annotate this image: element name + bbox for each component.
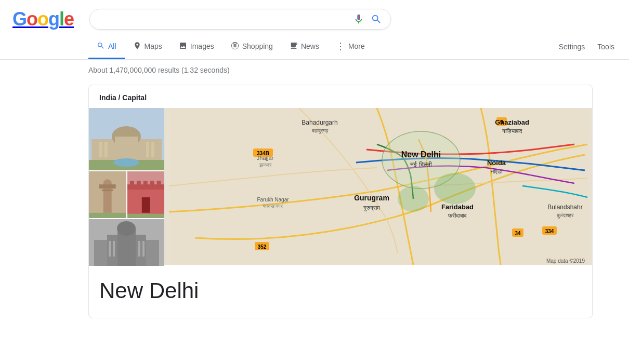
svg-text:फरीदाबाद: फरीदाबाद: [448, 212, 467, 219]
tab-more-label: More: [348, 42, 365, 50]
tab-maps-label: Maps: [145, 42, 162, 50]
svg-text:नोएडा: नोएडा: [490, 168, 503, 174]
tab-all[interactable]: All: [88, 35, 125, 59]
svg-rect-20: [143, 181, 147, 187]
svg-rect-31: [109, 241, 111, 257]
svg-rect-22: [156, 181, 161, 187]
more-dots-icon: ⋮: [336, 41, 345, 52]
svg-rect-5: [104, 142, 108, 157]
knowledge-card: India / Capital: [88, 85, 593, 318]
svg-text:बुलंदशहर: बुलंदशहर: [556, 212, 574, 219]
svg-rect-12: [99, 184, 116, 188]
photos-panel: [89, 108, 164, 266]
svg-text:Noida: Noida: [487, 159, 506, 167]
tab-news-label: News: [301, 42, 319, 50]
svg-rect-30: [121, 228, 132, 234]
svg-text:334: 334: [545, 228, 554, 234]
svg-point-38: [398, 186, 429, 212]
svg-point-9: [113, 158, 139, 167]
svg-rect-3: [115, 137, 138, 150]
map-panel[interactable]: 9 334B 34 334 352 Bahadurgarh बहादुरगढ़: [164, 108, 592, 265]
svg-text:फारुख नगर: फारुख नगर: [263, 204, 283, 209]
search-nav: All Maps Images Shopping News ⋮ More Set…: [0, 34, 629, 60]
tab-images[interactable]: Images: [171, 35, 222, 59]
svg-rect-18: [129, 181, 134, 187]
svg-rect-13: [102, 190, 113, 191]
svg-text:New Delhi: New Delhi: [401, 150, 441, 159]
results-count: About 1,470,000,000 results (1.32 second…: [0, 60, 629, 80]
maps-icon: [133, 42, 141, 51]
tab-shopping[interactable]: Shopping: [222, 35, 281, 59]
svg-text:Map data ©2019: Map data ©2019: [546, 258, 585, 264]
svg-text:Bahadurgarh: Bahadurgarh: [302, 119, 337, 126]
svg-text:Faridabad: Faridabad: [441, 203, 474, 211]
breadcrumb: India / Capital: [89, 85, 592, 108]
shopping-icon: [231, 42, 239, 51]
logo-letter-g2: g: [48, 8, 59, 30]
svg-text:Bulandshahr: Bulandshahr: [547, 204, 582, 211]
svg-rect-19: [136, 181, 140, 187]
settings-link[interactable]: Settings: [557, 36, 587, 57]
google-logo[interactable]: Google: [12, 8, 79, 30]
results-text: About 1,470,000,000 results (1.32 second…: [88, 66, 230, 74]
svg-rect-34: [142, 241, 145, 257]
map-svg: 9 334B 34 334 352 Bahadurgarh बहादुरगढ़: [164, 108, 592, 265]
tab-images-label: Images: [190, 42, 214, 50]
svg-text:Gurugram: Gurugram: [354, 194, 389, 202]
header: Google capital of india: [0, 0, 629, 30]
svg-point-37: [434, 173, 476, 204]
svg-text:गुरुग्राम: गुरुग्राम: [363, 205, 380, 211]
svg-rect-32: [113, 241, 115, 257]
mic-icon[interactable]: [353, 14, 364, 25]
answer-section: New Delhi: [89, 266, 592, 318]
svg-rect-7: [151, 142, 154, 157]
svg-text:34: 34: [515, 231, 521, 236]
card-body: 9 334B 34 334 352 Bahadurgarh बहादुरगढ़: [89, 108, 592, 266]
news-icon: [290, 42, 298, 51]
breadcrumb-parent[interactable]: India: [99, 93, 116, 102]
tab-all-label: All: [108, 42, 116, 50]
svg-text:Ghaziabad: Ghaziabad: [495, 118, 529, 126]
logo-letter-l: l: [59, 8, 64, 30]
tools-link[interactable]: Tools: [595, 36, 617, 57]
svg-rect-6: [146, 142, 149, 157]
svg-text:Jhajjar: Jhajjar: [257, 155, 274, 161]
search-input[interactable]: capital of india: [98, 15, 348, 24]
logo-letter-e: e: [64, 8, 74, 30]
nav-settings: Settings Tools: [557, 36, 629, 57]
photo-parliament[interactable]: [89, 219, 164, 266]
images-icon: [179, 42, 187, 51]
tab-maps[interactable]: Maps: [125, 35, 171, 59]
svg-text:बहादुरगढ़: बहादुरगढ़: [311, 128, 329, 134]
logo-letter-g: G: [12, 8, 27, 30]
svg-text:Farukh Nagar: Farukh Nagar: [257, 197, 289, 203]
svg-text:झज्जर: झज्जर: [259, 162, 272, 168]
tab-shopping-label: Shopping: [242, 42, 273, 50]
svg-text:352: 352: [258, 244, 267, 250]
logo-letter-o1: o: [27, 8, 37, 30]
svg-rect-24: [127, 214, 165, 218]
search-submit-icon[interactable]: [371, 14, 382, 25]
photo-building[interactable]: [89, 108, 164, 170]
all-icon: [97, 42, 105, 51]
svg-text:नई दिल्ली: नई दिल्ली: [410, 161, 431, 168]
answer-title: New Delhi: [99, 278, 582, 303]
breadcrumb-child: Capital: [122, 93, 147, 102]
svg-rect-4: [99, 142, 102, 157]
svg-rect-14: [89, 213, 126, 218]
photo-india-gate[interactable]: [89, 171, 126, 218]
search-icons: [353, 14, 382, 25]
search-bar: capital of india: [89, 9, 391, 30]
svg-rect-33: [138, 241, 140, 257]
svg-text:गाज़ियाबाद: गाज़ियाबाद: [502, 128, 522, 134]
photo-red-fort[interactable]: [127, 171, 165, 218]
svg-rect-21: [150, 181, 154, 187]
tab-more[interactable]: ⋮ More: [327, 34, 373, 60]
logo-letter-o2: o: [37, 8, 48, 30]
tab-news[interactable]: News: [281, 35, 327, 59]
